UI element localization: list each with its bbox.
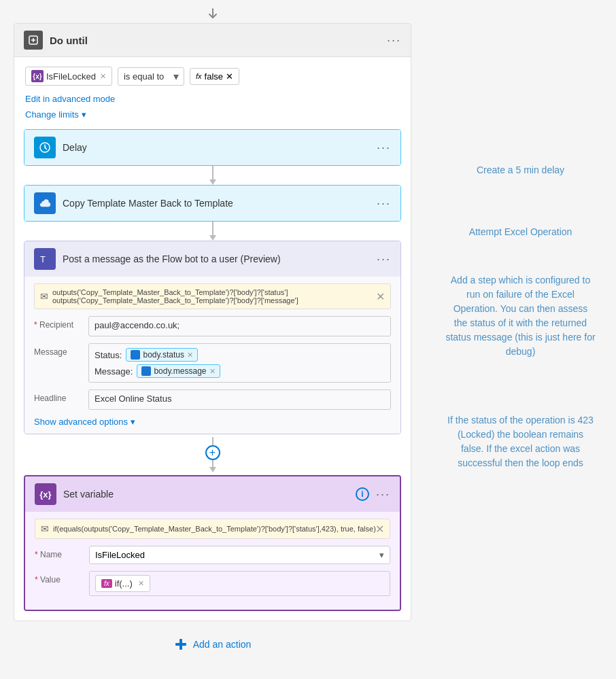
post-expression-close[interactable]: ✕: [376, 290, 385, 303]
condition-row: {x} IsFileLocked ✕ is equal to fx false …: [25, 67, 400, 86]
svg-rect-4: [179, 639, 182, 650]
teams-icon: T: [34, 248, 56, 270]
message-message-line: Message: body.message ✕: [95, 364, 385, 378]
message-chip: body.message ✕: [137, 364, 220, 378]
copy-header: Copy Template Master Back to Template ··…: [24, 186, 400, 221]
set-var-name-label: Name: [35, 546, 82, 559]
add-step-button[interactable]: +: [205, 445, 220, 460]
condition-token-close[interactable]: ✕: [100, 72, 106, 81]
recipient-field-row: Recipient paul@accendo.co.uk;: [34, 316, 391, 336]
set-var-expression-row: ✉ if(equals(outputs('Copy_Template_Maste…: [35, 519, 390, 539]
delay-menu-button[interactable]: ···: [377, 141, 391, 155]
show-advanced-link[interactable]: Show advanced options ▾: [34, 417, 391, 427]
set-var-header: {x} Set variable i ···: [25, 476, 400, 512]
note3: Add a step which is configured to run on…: [445, 273, 596, 359]
connector-arrow: [209, 467, 216, 472]
post-menu-button[interactable]: ···: [377, 252, 391, 266]
recipient-input[interactable]: paul@accendo.co.uk;: [88, 316, 391, 336]
set-var-expression-close[interactable]: ✕: [375, 523, 384, 536]
left-panel: Do until ··· {x} IsFileLocked ✕ is equal…: [0, 0, 425, 679]
delay-block: Delay ···: [24, 129, 401, 166]
token-icon-purple: {x}: [31, 70, 44, 82]
recipient-label: Recipient: [34, 316, 82, 330]
condition-operator-wrapper: is equal to: [118, 67, 184, 86]
headline-field-row: Headline Excel Online Status: [34, 389, 391, 410]
condition-token-chip: {x} IsFileLocked ✕: [25, 67, 112, 86]
do-until-header: Do until ···: [14, 24, 411, 57]
set-var-name-select[interactable]: IsFileLocked ▾: [89, 546, 390, 564]
message-chip-icon: [141, 366, 151, 376]
status-chip-icon: [131, 350, 140, 360]
set-variable-block: {x} Set variable i ··· ✉ if(equals(outpu…: [24, 475, 401, 611]
plus-connector: +: [205, 437, 220, 472]
set-var-value-label: Value: [35, 571, 82, 585]
post-title: Post a message as the Flow bot to a user…: [63, 254, 281, 264]
set-var-value-input[interactable]: fx if(...) ✕: [89, 571, 390, 596]
copy-menu-button[interactable]: ···: [377, 196, 391, 211]
post-expression-row: ✉ outputs('Copy_Template_Master_Back_to_…: [34, 283, 391, 309]
arrow2: [209, 222, 216, 241]
token-icon-pink: fx: [196, 72, 202, 80]
change-limits-link[interactable]: Change limits ▾: [25, 109, 400, 120]
message-status-line: Status: body.status ✕: [95, 348, 385, 362]
delay-title: Delay: [63, 142, 87, 153]
condition-links: Edit in advanced mode: [25, 94, 400, 104]
set-var-icon: {x}: [35, 483, 56, 505]
condition-value-chip: fx false ✕: [190, 68, 239, 85]
info-icon[interactable]: i: [356, 487, 369, 501]
top-arrow-icon: [206, 7, 220, 20]
message-input[interactable]: Status: body.status ✕ Message:: [88, 343, 391, 383]
set-var-name-row: Name IsFileLocked ▾: [35, 546, 390, 564]
status-chip-close[interactable]: ✕: [187, 351, 193, 360]
message-label: Message: [34, 343, 82, 357]
do-until-block: Do until ··· {x} IsFileLocked ✕ is equal…: [14, 23, 411, 621]
set-var-menu-button[interactable]: ···: [376, 487, 390, 502]
do-until-body: {x} IsFileLocked ✕ is equal to fx false …: [14, 57, 411, 129]
headline-input[interactable]: Excel Online Status: [88, 389, 391, 410]
fx-icon: fx: [101, 579, 112, 588]
do-until-menu-button[interactable]: ···: [387, 33, 401, 48]
note1: Create a 5 min delay: [445, 163, 596, 177]
value-chip: fx if(...) ✕: [95, 575, 150, 592]
copy-block: Copy Template Master Back to Template ··…: [24, 185, 401, 222]
msg-icon: ✉: [40, 291, 48, 302]
condition-value-close[interactable]: ✕: [226, 71, 233, 82]
add-action-row[interactable]: Add an action: [174, 638, 252, 651]
inner-blocks: Delay ··· Copy Template Master Back: [14, 129, 411, 621]
add-action-icon: [174, 638, 188, 651]
post-body: ✉ outputs('Copy_Template_Master_Back_to_…: [24, 277, 400, 434]
right-panel: Create a 5 min delay Attempt Excel Opera…: [425, 0, 616, 679]
post-header: T Post a message as the Flow bot to a us…: [24, 241, 400, 277]
note4: If the status of the operation is 423 (L…: [445, 413, 596, 470]
set-var-title: Set variable: [63, 489, 114, 500]
copy-icon: [34, 192, 56, 214]
arrow1: [209, 166, 216, 185]
connector-line-bottom: [212, 460, 213, 467]
svg-text:T: T: [40, 254, 46, 264]
delay-icon: [34, 137, 56, 158]
delay-header: Delay ···: [24, 130, 400, 165]
set-var-body: ✉ if(equals(outputs('Copy_Template_Maste…: [25, 512, 400, 610]
status-chip: body.status ✕: [126, 348, 197, 362]
do-until-title: Do until: [50, 35, 88, 46]
message-field-row: Message Status: body.status ✕: [34, 343, 391, 383]
copy-title: Copy Template Master Back to Template: [63, 198, 233, 209]
post-expression-text: outputs('Copy_Template_Master_Back_to_Te…: [52, 288, 385, 304]
set-var-value-row: Value fx if(...) ✕: [35, 571, 390, 596]
headline-label: Headline: [34, 389, 82, 403]
message-chip-close[interactable]: ✕: [209, 367, 216, 376]
set-var-msg-icon: ✉: [41, 523, 49, 534]
condition-operator-select[interactable]: is equal to: [118, 67, 184, 86]
name-select-chevron: ▾: [379, 550, 384, 560]
post-block: T Post a message as the Flow bot to a us…: [24, 241, 401, 434]
value-chip-close[interactable]: ✕: [138, 579, 144, 588]
connector-line-top: [212, 437, 213, 445]
set-var-expression-text: if(equals(outputs('Copy_Template_Master_…: [53, 525, 384, 533]
note2: Attempt Excel Operation: [445, 225, 596, 239]
edit-advanced-link[interactable]: Edit in advanced mode: [25, 94, 115, 104]
